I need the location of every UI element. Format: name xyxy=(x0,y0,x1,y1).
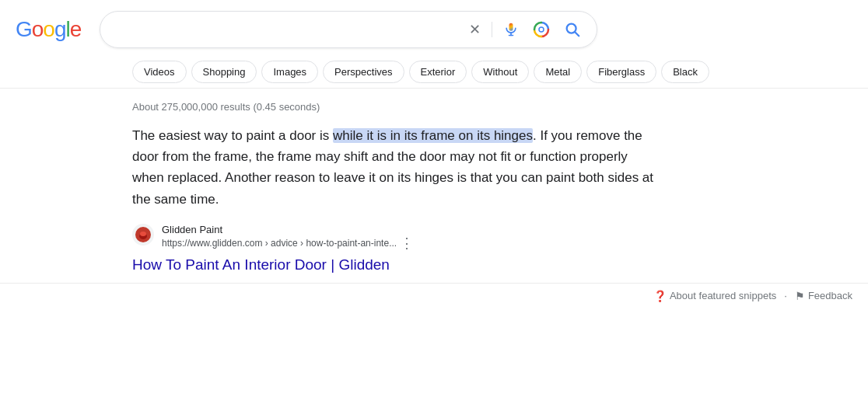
results-area: About 275,000,000 results (0.45 seconds)… xyxy=(0,89,868,283)
tab-images[interactable]: Images xyxy=(261,61,318,83)
source-favicon xyxy=(132,224,154,246)
source-row: Glidden Paint https://www.glidden.com › … xyxy=(132,224,868,250)
feedback-label: Feedback xyxy=(808,290,852,301)
clear-button[interactable]: ✕ xyxy=(466,18,484,41)
separator: · xyxy=(784,290,787,301)
search-icon xyxy=(564,21,581,38)
lens-button[interactable] xyxy=(530,18,553,41)
source-name: Glidden Paint xyxy=(162,224,414,235)
mic-button[interactable] xyxy=(500,19,522,40)
search-input[interactable]: what's the best way to paint a door? xyxy=(113,23,457,37)
svg-point-4 xyxy=(539,27,544,32)
bottom-bar: ❓ About featured snippets · ⚑ Feedback xyxy=(0,283,868,308)
tab-shopping[interactable]: Shopping xyxy=(191,61,257,83)
lens-icon xyxy=(533,21,550,38)
tab-perspectives[interactable]: Perspectives xyxy=(323,61,404,83)
filter-tabs: Videos Shopping Images Perspectives Exte… xyxy=(0,56,868,89)
snippet-highlighted: while it is in its frame on its hinges xyxy=(333,128,533,143)
tab-fiberglass[interactable]: Fiberglass xyxy=(586,61,656,83)
search-bar: what's the best way to paint a door? ✕ xyxy=(100,11,597,48)
svg-point-9 xyxy=(140,232,146,236)
header: Google what's the best way to paint a do… xyxy=(0,0,868,56)
feedback-icon: ⚑ xyxy=(795,290,805,302)
more-options-button[interactable]: ⋮ xyxy=(400,236,414,250)
results-count: About 275,000,000 results (0.45 seconds) xyxy=(132,95,868,125)
tab-metal[interactable]: Metal xyxy=(534,61,582,83)
svg-rect-0 xyxy=(509,23,513,31)
svg-line-6 xyxy=(576,32,579,36)
search-icons: ✕ xyxy=(466,18,584,41)
help-icon: ❓ xyxy=(653,290,667,302)
tab-exterior[interactable]: Exterior xyxy=(409,61,467,83)
tab-without[interactable]: Without xyxy=(471,61,529,83)
close-icon: ✕ xyxy=(469,21,481,38)
search-button[interactable] xyxy=(561,18,584,41)
tab-videos[interactable]: Videos xyxy=(132,61,187,83)
divider xyxy=(492,22,492,37)
tab-black[interactable]: Black xyxy=(661,61,709,83)
about-snippets-link[interactable]: ❓ About featured snippets xyxy=(653,290,776,302)
feedback-link[interactable]: ⚑ Feedback xyxy=(795,290,852,302)
mic-icon xyxy=(503,22,519,37)
favicon-icon xyxy=(135,227,151,242)
source-info: Glidden Paint https://www.glidden.com › … xyxy=(162,224,414,250)
snippet-before: The easiest way to paint a door is xyxy=(132,128,333,143)
source-url: https://www.glidden.com › advice › how-t… xyxy=(162,238,397,249)
snippet-text: The easiest way to paint a door is while… xyxy=(132,125,661,210)
about-snippets-label: About featured snippets xyxy=(670,290,776,301)
result-link[interactable]: How To Paint An Interior Door | Glidden xyxy=(132,256,868,273)
google-logo[interactable]: Google xyxy=(16,17,81,42)
